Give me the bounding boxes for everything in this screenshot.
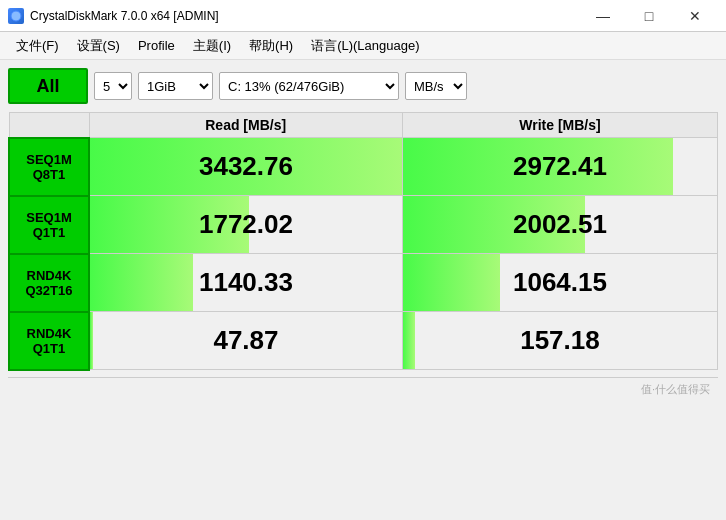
write-value-2: 1064.15 <box>402 254 717 312</box>
window-controls: — □ ✕ <box>580 0 718 32</box>
app-icon <box>8 8 24 24</box>
read-value-3: 47.87 <box>89 312 402 370</box>
title-bar: CrystalDiskMark 7.0.0 x64 [ADMIN] — □ ✕ <box>0 0 726 32</box>
all-button[interactable]: All <box>8 68 88 104</box>
row-label-0: SEQ1MQ8T1 <box>9 138 89 196</box>
write-value-0: 2972.41 <box>402 138 717 196</box>
size-select[interactable]: 1GiB 512MiB 2GiB 4GiB <box>138 72 213 100</box>
results-table: Read [MB/s] Write [MB/s] SEQ1MQ8T13432.7… <box>8 112 718 371</box>
read-value-2: 1140.33 <box>89 254 402 312</box>
row-label-3: RND4KQ1T1 <box>9 312 89 370</box>
close-button[interactable]: ✕ <box>672 0 718 32</box>
maximize-button[interactable]: □ <box>626 0 672 32</box>
menu-settings[interactable]: 设置(S) <box>69 35 128 57</box>
menu-profile[interactable]: Profile <box>130 36 183 55</box>
status-bar: 值·什么值得买 <box>8 377 718 401</box>
menu-file[interactable]: 文件(F) <box>8 35 67 57</box>
menu-bar: 文件(F) 设置(S) Profile 主题(I) 帮助(H) 语言(L)(La… <box>0 32 726 60</box>
main-content: All 5 1 3 9 1GiB 512MiB 2GiB 4GiB C: 13%… <box>0 60 726 409</box>
row-label-2: RND4KQ32T16 <box>9 254 89 312</box>
watermark: 值·什么值得买 <box>641 382 710 397</box>
menu-language[interactable]: 语言(L)(Language) <box>303 35 427 57</box>
read-value-0: 3432.76 <box>89 138 402 196</box>
window-title: CrystalDiskMark 7.0.0 x64 [ADMIN] <box>30 9 219 23</box>
write-header: Write [MB/s] <box>402 113 717 138</box>
read-value-1: 1772.02 <box>89 196 402 254</box>
unit-select[interactable]: MB/s GB/s IOPS μs <box>405 72 467 100</box>
row-label-1: SEQ1MQ1T1 <box>9 196 89 254</box>
title-bar-left: CrystalDiskMark 7.0.0 x64 [ADMIN] <box>8 8 219 24</box>
write-value-1: 2002.51 <box>402 196 717 254</box>
toolbar: All 5 1 3 9 1GiB 512MiB 2GiB 4GiB C: 13%… <box>8 68 718 104</box>
drive-select[interactable]: C: 13% (62/476GiB) <box>219 72 399 100</box>
read-header: Read [MB/s] <box>89 113 402 138</box>
menu-theme[interactable]: 主题(I) <box>185 35 239 57</box>
menu-help[interactable]: 帮助(H) <box>241 35 301 57</box>
minimize-button[interactable]: — <box>580 0 626 32</box>
svg-point-0 <box>11 11 21 21</box>
write-value-3: 157.18 <box>402 312 717 370</box>
count-select[interactable]: 5 1 3 9 <box>94 72 132 100</box>
empty-header <box>9 113 89 138</box>
